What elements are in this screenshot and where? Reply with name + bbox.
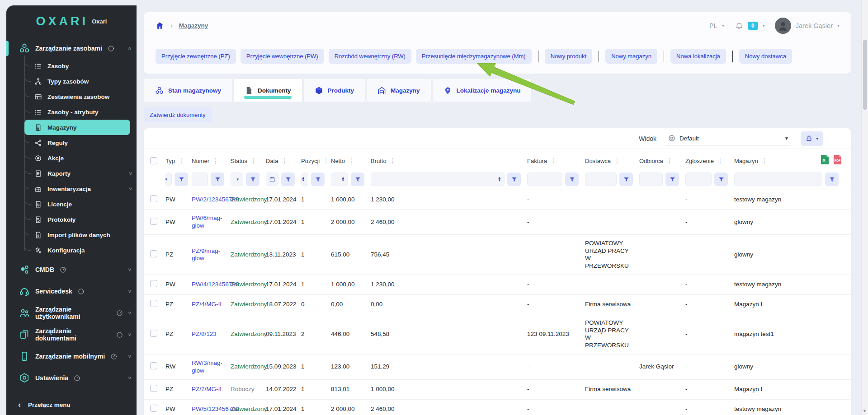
sidebar-item-typy-zasobow[interactable]: Typy zasobów (24, 74, 137, 89)
column-menu-icon[interactable]: ⋮ (212, 157, 219, 164)
action-button-przesuniecie-miedzymagazynowe-mm[interactable]: Przesunięcie międzymagazynowe (Mm) (416, 49, 532, 64)
row-checkbox[interactable] (150, 300, 157, 307)
filter-button-zgloszenie[interactable] (714, 173, 728, 186)
tab-lokalizacje-magazynu[interactable]: Lokalizacje magazynu (432, 79, 532, 102)
number-stepper-icons[interactable]: ▴▾ (341, 177, 345, 182)
filter-button-data[interactable] (281, 173, 295, 186)
document-link[interactable]: RW/3/mag-glow (192, 359, 222, 373)
row-checkbox[interactable] (150, 250, 157, 257)
tab-magazyny[interactable]: Magazyny (366, 79, 431, 102)
filter-input-brutto[interactable]: ▴▾ (371, 173, 505, 186)
sidebar-section-zarzadzanie-mobilnymi[interactable]: Zarządzanie mobilnymi˅ (6, 346, 137, 366)
row-checkbox[interactable] (150, 218, 157, 225)
sidebar-item-licencje[interactable]: Licencje (24, 196, 137, 212)
sidebar-section-servicedesk[interactable]: Servicedesk˅ (6, 281, 137, 301)
column-menu-icon[interactable]: ⋮ (178, 157, 184, 164)
filter-input-netto[interactable]: ▴▾ (331, 173, 348, 186)
notifications-bell-icon[interactable] (735, 21, 743, 30)
column-menu-icon[interactable]: ⋮ (250, 157, 257, 164)
filter-input-magazyn[interactable] (734, 173, 822, 186)
action-button-rozchod-wewnetrzny-rw[interactable]: Rozchód wewnętrzny (RW) (329, 49, 411, 64)
document-link[interactable]: PZ/4/MG-II (192, 301, 222, 308)
user-name[interactable]: Jarek Gąsior (796, 22, 833, 29)
filter-button-brutto[interactable] (507, 173, 521, 186)
export-excel-icon[interactable]: X (820, 154, 830, 165)
row-checkbox[interactable] (150, 385, 157, 392)
number-stepper-icons[interactable]: ▴▾ (301, 177, 305, 182)
sidebar-item-zasoby-atrybuty[interactable]: Zasoby - atrybuty (24, 104, 137, 120)
row-checkbox[interactable] (150, 280, 157, 287)
sidebar-item-zasoby[interactable]: Zasoby (24, 58, 137, 74)
sidebar-section-ustawienia[interactable]: Ustawienia˅ (6, 368, 137, 388)
column-menu-icon[interactable]: ⋮ (761, 157, 768, 164)
filter-button-pozycji[interactable] (311, 173, 325, 186)
row-checkbox[interactable] (150, 405, 157, 412)
filter-button-magazyn[interactable] (825, 173, 839, 186)
page-scrollbar[interactable]: ▼ (861, 0, 868, 415)
sidebar-section-cmdb[interactable]: CMDB˅ (6, 260, 137, 280)
tab-stan-magazynowy[interactable]: Stan magazynowy (144, 79, 232, 102)
sidebar-item-inwentaryzacja[interactable]: Inwentaryzacja˅ (24, 181, 137, 196)
view-select[interactable]: Default ▼ (666, 132, 791, 145)
sidebar-item-reguly[interactable]: Reguły (24, 135, 137, 150)
filter-button-status[interactable] (246, 173, 259, 186)
filter-input-zgloszenie[interactable] (685, 173, 712, 186)
sidebar-item-raporty[interactable]: Raporty˅ (24, 166, 137, 181)
scrollbar-thumb[interactable] (863, 40, 867, 110)
sidebar-item-magazyny[interactable]: Magazyny (24, 120, 130, 135)
action-button-nowa-lokalizacja[interactable]: Nowa lokalizacja (670, 49, 726, 64)
filter-button-typ[interactable] (175, 173, 188, 186)
tab-dokumenty[interactable]: Dokumenty (233, 79, 302, 102)
tab-produkty[interactable]: Produkty (303, 79, 366, 102)
filter-input-pozycji[interactable]: ▴▾ (301, 173, 308, 186)
sidebar-item-import-plikow-danych[interactable]: Import plików danych (24, 227, 137, 242)
action-button-przyjecie-wewnetrzne-pw[interactable]: Przyjęcie wewnętrzne (PW) (241, 49, 324, 64)
action-button-nowy-produkt[interactable]: Nowy produkt (545, 49, 592, 64)
action-button-nowy-magazyn[interactable]: Nowy magazyn (605, 49, 657, 64)
sidebar-item-akcje[interactable]: Akcje (24, 150, 137, 166)
filter-input-dostawca[interactable] (585, 173, 617, 186)
column-menu-icon[interactable]: ⋮ (323, 157, 329, 164)
document-link[interactable]: PZ/2/MG-II (192, 386, 222, 392)
filter-button-odbiorca[interactable] (665, 173, 679, 186)
confirm-documents-button[interactable]: Zatwierdź dokumenty (144, 107, 212, 122)
number-stepper-icons[interactable]: ▴▾ (497, 177, 501, 182)
export-pdf-icon[interactable]: PDF (833, 154, 842, 165)
sidebar-item-konfiguracja[interactable]: Konfiguracja (24, 242, 137, 258)
filter-input-odbiorca[interactable] (639, 173, 663, 186)
column-menu-icon[interactable]: ⋮ (666, 157, 673, 164)
sidebar-item-protokoly[interactable]: Protokoły (24, 212, 137, 227)
filter-button-numer[interactable] (211, 173, 224, 186)
document-link[interactable]: PW/6/mag-glow (192, 214, 222, 228)
filter-input-typ[interactable]: ▾ (165, 173, 172, 186)
filter-button-faktura[interactable] (565, 173, 579, 186)
column-menu-icon[interactable]: ⋮ (614, 157, 620, 164)
sidebar-item-zestawienia-zasobow[interactable]: Zestawienia zasobów (24, 89, 137, 104)
lock-view-button[interactable]: ▾ (801, 131, 823, 146)
row-checkbox[interactable] (150, 362, 157, 369)
column-menu-icon[interactable]: ⋮ (550, 157, 557, 164)
document-link[interactable]: PZ/8/123 (192, 331, 217, 337)
sidebar-section-zarzadzanie-uzytkownikami[interactable]: Zarządzanie użytkownikami˅ (6, 303, 137, 323)
row-checkbox[interactable] (150, 330, 157, 337)
filter-input-data[interactable] (266, 173, 278, 186)
notification-count-badge[interactable]: 0 (748, 22, 758, 30)
document-link[interactable]: PZ/9/mag-glow (192, 247, 220, 261)
column-menu-icon[interactable]: ⋮ (348, 157, 354, 164)
scrollbar-down-arrow[interactable]: ▼ (863, 409, 867, 413)
filter-button-netto[interactable] (351, 173, 364, 186)
row-checkbox[interactable] (150, 195, 157, 202)
filter-input-numer[interactable] (192, 173, 208, 186)
language-selector[interactable]: PL (709, 22, 717, 29)
column-menu-icon[interactable]: ⋮ (281, 157, 288, 164)
action-button-przyjecie-zewnetrzne-pz[interactable]: Przyjęcie zewnętrzne (PZ) (156, 49, 236, 64)
filter-input-faktura[interactable] (527, 173, 562, 186)
filter-button-dostawca[interactable] (619, 173, 633, 186)
user-avatar[interactable] (775, 18, 791, 34)
sidebar-section-zarzadzanie-zasobami[interactable]: Zarządzanie zasobami˄ (6, 38, 137, 58)
select-all-checkbox[interactable] (150, 157, 157, 164)
column-menu-icon[interactable]: ⋮ (390, 157, 396, 164)
home-icon[interactable] (156, 21, 164, 30)
action-button-nowy-dostawca[interactable]: Nowy dostawca (739, 49, 792, 64)
column-menu-icon[interactable]: ⋮ (717, 157, 723, 164)
